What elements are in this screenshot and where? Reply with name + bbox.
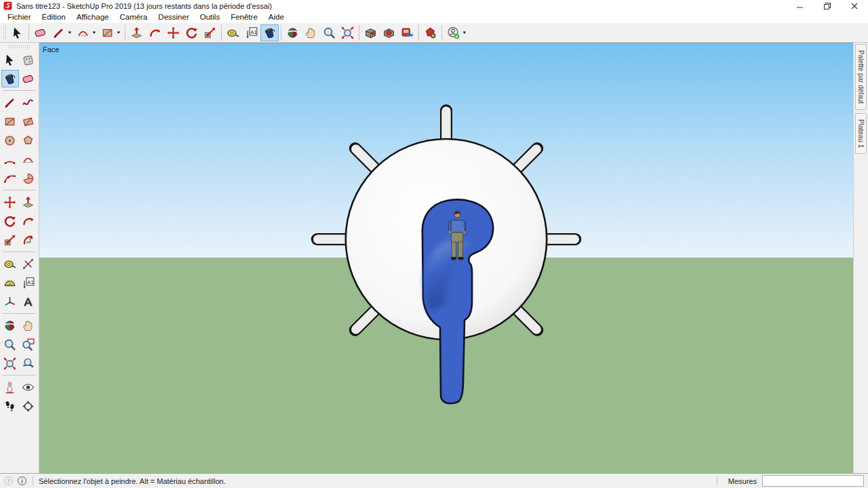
move-tool[interactable] <box>1 193 19 211</box>
zoomwin-icon <box>21 338 35 352</box>
account[interactable]: ▼ <box>444 24 469 41</box>
info-icon[interactable]: i <box>18 476 26 485</box>
3d-warehouse[interactable] <box>361 24 380 41</box>
paint-bucket-tool[interactable] <box>260 24 279 41</box>
protractor-icon <box>3 276 17 290</box>
orbit-tool[interactable] <box>283 24 302 41</box>
dropdown-caret-icon[interactable]: ▼ <box>462 30 467 35</box>
rotate-icon <box>184 26 199 40</box>
status-hint: Sélectionnez l'objet à peindre. Alt = Ma… <box>39 477 226 485</box>
select-tool[interactable] <box>1 51 19 68</box>
select-tool[interactable] <box>8 24 26 41</box>
close-button[interactable] <box>841 0 868 12</box>
eraser-tool[interactable] <box>31 24 50 41</box>
circle-tool[interactable] <box>1 131 19 149</box>
restore-button[interactable] <box>814 0 841 12</box>
extension-manager[interactable] <box>421 24 439 41</box>
help-icon[interactable]: ? <box>4 476 13 485</box>
follow-me-tool[interactable] <box>20 212 37 230</box>
drawing-area[interactable]: Face <box>39 43 853 473</box>
rect-icon <box>100 26 115 40</box>
navigation-tool[interactable] <box>20 397 37 415</box>
paint-bucket-tool[interactable] <box>1 70 19 87</box>
menu-item-7[interactable]: Aide <box>263 12 290 23</box>
zoom-extents-tool[interactable] <box>338 24 357 41</box>
cursor-icon <box>10 26 24 40</box>
menu-item-0[interactable]: Fichier <box>2 12 37 23</box>
pan-icon <box>304 26 318 40</box>
zoom-extents-tool[interactable] <box>1 354 19 372</box>
dropdown-caret-icon[interactable]: ▼ <box>67 30 73 35</box>
navcircle-icon <box>21 399 35 413</box>
share-icon <box>382 26 396 40</box>
tape-measure-tool[interactable] <box>1 255 19 272</box>
extension-warehouse[interactable] <box>398 24 416 41</box>
tray-tab-0[interactable]: Palette par défaut <box>855 44 867 110</box>
text-tool[interactable]: A1 <box>242 24 260 41</box>
sketchup-window: Sans titre123 - SketchUp Pro 2019 (13 jo… <box>0 0 868 488</box>
bucket-icon <box>262 26 277 40</box>
arc-tool[interactable]: ▼ <box>74 24 98 41</box>
rectangle-tool[interactable] <box>1 113 19 130</box>
freehand-icon <box>21 96 35 110</box>
look-around-tool[interactable] <box>20 378 37 396</box>
protractor-tool[interactable] <box>1 274 19 291</box>
arc2-icon <box>76 26 90 40</box>
minimize-button[interactable] <box>787 0 814 12</box>
text-tool[interactable]: A1 <box>20 274 37 291</box>
menu-item-1[interactable]: Édition <box>37 12 71 23</box>
move-tool[interactable] <box>164 24 182 41</box>
scale-tool[interactable] <box>201 24 219 41</box>
two-point-arc-tool[interactable] <box>20 150 37 168</box>
model-scene[interactable] <box>39 43 853 473</box>
menu-item-5[interactable]: Outils <box>195 12 225 23</box>
menu-item-6[interactable]: Fenêtre <box>225 12 263 23</box>
line-tool[interactable]: ▼ <box>50 24 74 41</box>
zoom-tool[interactable] <box>320 24 338 41</box>
tape-measure-tool[interactable] <box>224 24 242 41</box>
pie-tool[interactable] <box>20 169 37 187</box>
tape-icon <box>3 257 17 271</box>
dropdown-caret-icon[interactable]: ▼ <box>116 30 121 35</box>
axes-tool[interactable] <box>1 293 19 310</box>
make-component-tool[interactable] <box>20 51 37 68</box>
push-pull-tool[interactable] <box>20 193 37 211</box>
previous-view-tool[interactable] <box>20 354 37 372</box>
measurements-input[interactable] <box>762 475 864 487</box>
three-point-arc-tool[interactable] <box>1 169 19 187</box>
share-model[interactable] <box>380 24 398 41</box>
measurements-label: Mesures <box>728 477 757 485</box>
push-pull-tool[interactable] <box>127 24 146 41</box>
line-tool[interactable] <box>1 94 19 111</box>
eraser-tool[interactable] <box>20 70 37 87</box>
eraser-icon <box>33 26 47 40</box>
rotated-rectangle-tool[interactable] <box>20 113 37 130</box>
rotate-tool[interactable] <box>1 212 19 230</box>
toolbar-grip[interactable] <box>3 25 6 40</box>
arc2-icon <box>21 152 35 167</box>
tray-tab-1[interactable]: Plateau 1 <box>855 113 867 154</box>
arc-tool[interactable] <box>1 150 19 168</box>
polygon-tool[interactable] <box>20 131 37 149</box>
pan-tool[interactable] <box>302 24 320 41</box>
orbit-tool[interactable] <box>1 317 19 334</box>
menu-item-2[interactable]: Affichage <box>71 12 115 23</box>
follow-me-tool[interactable] <box>146 24 164 41</box>
dimension-tool[interactable] <box>20 255 37 272</box>
palette-grip[interactable] <box>8 45 31 48</box>
zoom-tool[interactable] <box>1 336 19 353</box>
dropdown-caret-icon[interactable]: ▼ <box>92 30 97 35</box>
walk-tool[interactable] <box>1 397 19 415</box>
pan-tool[interactable] <box>20 317 37 334</box>
position-camera-tool[interactable] <box>1 378 19 396</box>
eraser-icon <box>21 72 35 86</box>
zoom-window-tool[interactable] <box>20 336 37 353</box>
menu-item-4[interactable]: Dessiner <box>153 12 194 23</box>
3d-text-tool[interactable] <box>20 293 37 310</box>
menu-item-3[interactable]: Caméra <box>114 12 153 23</box>
offset-tool[interactable] <box>20 231 37 249</box>
freehand-tool[interactable] <box>20 94 37 111</box>
scale-tool[interactable] <box>1 231 19 249</box>
rectangle-tool[interactable]: ▼ <box>98 24 123 41</box>
rotate-tool[interactable] <box>182 24 201 41</box>
